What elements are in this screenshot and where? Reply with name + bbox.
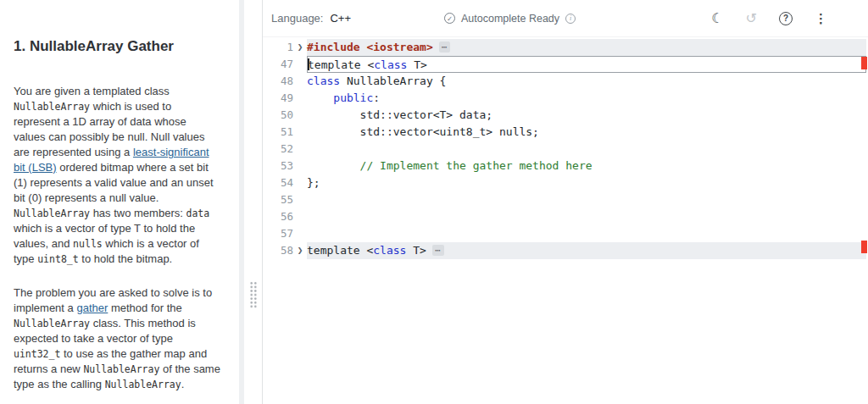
code-editor[interactable]: 1❯#include <iostream>⋯47template <class … <box>263 37 868 404</box>
code-token: std::vector<T> data; <box>307 108 492 121</box>
description-text: has two members: <box>90 207 186 219</box>
inline-code: NullableArray <box>83 363 159 375</box>
fold-gutter <box>293 191 307 208</box>
resizer-handle-icon <box>249 281 257 309</box>
language-selector[interactable]: C++ <box>330 12 351 25</box>
code-token: #include <box>307 41 366 53</box>
code-line[interactable]: 49 public: <box>263 90 868 107</box>
code-token: class <box>307 75 340 87</box>
info-icon[interactable]: i <box>565 14 576 24</box>
code-line-content[interactable]: class NullableArray { <box>307 73 866 90</box>
code-token <box>307 91 333 104</box>
folded-code-ellipsis[interactable]: ⋯ <box>432 245 444 256</box>
line-number: 47 <box>263 56 293 73</box>
code-line[interactable]: 50 std::vector<T> data; <box>263 107 868 124</box>
description-text: You are given a templated class <box>14 85 170 97</box>
code-token: // Implement the gather method here <box>307 159 593 172</box>
inline-code: uint32_t <box>14 348 60 360</box>
autocomplete-status-group: ✓ Autocomplete Ready i <box>444 13 576 25</box>
code-line-content[interactable]: template <class T>⋯ <box>307 242 866 259</box>
problem-paragraph: You are given a templated class Nullable… <box>14 84 220 267</box>
code-line[interactable]: 58❯template <class T>⋯ <box>263 242 868 259</box>
description-text: method for the <box>108 302 181 314</box>
inline-code: NullableArray <box>14 101 90 113</box>
error-marker[interactable] <box>861 241 867 253</box>
line-number: 56 <box>263 208 293 225</box>
code-line-content[interactable]: public: <box>307 90 866 107</box>
editor-pane: Language: C++ ✓ Autocomplete Ready i ☾ ↺… <box>262 0 868 404</box>
toolbar-icon-group: ☾ ↺ ? ⋮ <box>711 12 827 25</box>
fold-gutter <box>293 141 307 158</box>
code-line-content[interactable]: // Implement the gather method here <box>307 158 866 174</box>
theme-toggle-icon[interactable]: ☾ <box>711 12 723 25</box>
line-number: 57 <box>263 225 293 242</box>
fold-gutter <box>293 158 307 174</box>
autocomplete-status: Autocomplete Ready <box>461 13 559 25</box>
code-line[interactable]: 56 <box>263 208 868 225</box>
line-number: 1 <box>263 39 293 56</box>
code-line-content[interactable] <box>307 208 866 225</box>
fold-chevron-icon[interactable]: ❯ <box>293 39 307 56</box>
code-line-content[interactable]: std::vector<T> data; <box>307 107 866 124</box>
fold-gutter <box>293 124 307 141</box>
fold-gutter <box>293 107 307 124</box>
code-line-content[interactable] <box>307 141 866 158</box>
line-number: 53 <box>263 158 293 174</box>
fold-gutter <box>293 174 307 191</box>
panel-resizer[interactable] <box>244 0 262 404</box>
code-line[interactable]: 54}; <box>263 174 868 191</box>
description-link[interactable]: gather <box>76 302 108 314</box>
code-line-content[interactable] <box>307 191 866 208</box>
inline-code: NullableArray <box>105 379 181 390</box>
line-number: 54 <box>263 174 293 191</box>
help-icon[interactable]: ? <box>779 12 793 25</box>
code-token: }; <box>307 176 320 189</box>
line-number: 58 <box>263 242 293 259</box>
fold-gutter <box>293 225 307 242</box>
description-text: . <box>181 378 185 390</box>
code-line-content[interactable]: #include <iostream>⋯ <box>307 39 866 56</box>
code-token: T> <box>406 244 426 257</box>
code-line-content[interactable]: }; <box>307 174 866 191</box>
line-number: 51 <box>263 124 293 141</box>
code-token: : <box>373 91 380 104</box>
code-line[interactable]: 55 <box>263 191 868 208</box>
line-number: 55 <box>263 191 293 208</box>
problem-panel: 1. NullableArray Gather You are given a … <box>0 0 244 404</box>
line-number: 49 <box>263 90 293 107</box>
fold-chevron-icon[interactable]: ❯ <box>293 242 307 259</box>
code-line[interactable]: 52 <box>263 141 868 158</box>
history-icon[interactable]: ↺ <box>746 12 757 25</box>
app-window: 1. NullableArray Gather You are given a … <box>0 0 868 404</box>
code-line-content[interactable]: std::vector<uint8_t> nulls; <box>307 124 866 141</box>
fold-gutter <box>293 56 307 73</box>
problem-description: You are given a templated class Nullable… <box>14 84 220 392</box>
inline-code: nulls <box>73 238 103 250</box>
code-line[interactable]: 1❯#include <iostream>⋯ <box>263 39 868 56</box>
inline-code: NullableArray <box>14 318 90 329</box>
error-marker[interactable] <box>861 57 867 69</box>
code-line-content[interactable] <box>307 225 866 242</box>
code-line[interactable]: 51 std::vector<uint8_t> nulls; <box>263 124 868 141</box>
language-label: Language: <box>271 12 323 25</box>
line-number: 52 <box>263 141 293 158</box>
autocomplete-check-icon: ✓ <box>444 13 455 24</box>
description-text: to hold the bitmap. <box>79 252 173 265</box>
code-token: template < <box>308 58 374 71</box>
folded-code-ellipsis[interactable]: ⋯ <box>439 42 451 53</box>
code-line-content[interactable]: template <class T> <box>307 56 866 73</box>
inline-code: NullableArray <box>14 208 90 219</box>
inline-code: data <box>186 208 209 219</box>
kebab-menu-icon[interactable]: ⋮ <box>815 12 827 25</box>
code-token: <iostream> <box>366 41 432 53</box>
code-line[interactable]: 57 <box>263 225 868 242</box>
code-line[interactable]: 47template <class T> <box>263 56 868 73</box>
line-number: 48 <box>263 73 293 90</box>
line-number: 50 <box>263 107 293 124</box>
code-line[interactable]: 48class NullableArray { <box>263 73 868 90</box>
fold-gutter <box>293 73 307 90</box>
code-line[interactable]: 53 // Implement the gather method here <box>263 158 868 174</box>
problem-paragraph: The problem you are asked to solve is to… <box>14 285 220 392</box>
problem-title: 1. NullableArray Gather <box>14 37 220 56</box>
code-token: T> <box>407 58 426 71</box>
